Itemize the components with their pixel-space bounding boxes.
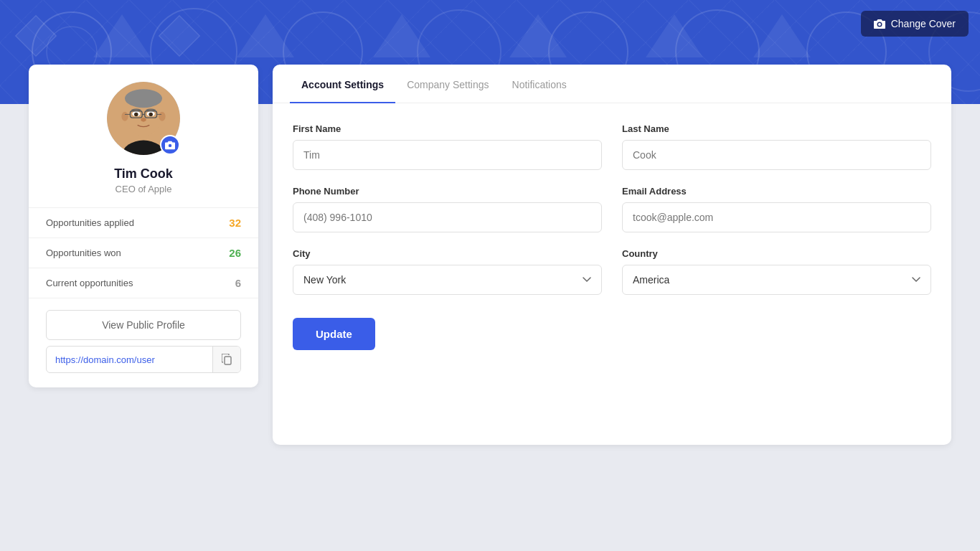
copy-url-button[interactable]: [212, 347, 240, 372]
svg-point-21: [125, 89, 162, 108]
contact-row: Phone Number Email Address: [293, 186, 931, 232]
svg-marker-12: [509, 14, 567, 57]
last-name-label: Last Name: [622, 123, 931, 134]
svg-point-22: [121, 112, 128, 121]
city-select[interactable]: New York Los Angeles Chicago: [293, 265, 602, 295]
svg-marker-14: [753, 14, 811, 57]
location-row: City New York Los Angeles Chicago Countr…: [293, 248, 931, 295]
svg-point-23: [159, 112, 165, 121]
camera-icon-small: [165, 140, 175, 150]
country-select[interactable]: America United Kingdom Canada: [622, 265, 931, 295]
svg-point-17: [878, 23, 881, 26]
profile-name: Tim Cook: [114, 166, 173, 182]
svg-marker-10: [237, 14, 294, 57]
svg-rect-16: [159, 16, 200, 57]
first-name-group: First Name: [293, 123, 602, 170]
phone-input[interactable]: [293, 202, 602, 232]
email-label: Email Address: [622, 186, 931, 197]
svg-point-33: [141, 118, 146, 122]
first-name-label: First Name: [293, 123, 602, 134]
phone-label: Phone Number: [293, 186, 602, 197]
tab-notifications[interactable]: Notifications: [501, 65, 578, 103]
stat-value-applied: 32: [229, 217, 241, 229]
tab-account-settings[interactable]: Account Settings: [290, 65, 395, 103]
account-settings-form: First Name Last Name Phone Number Email …: [273, 103, 951, 364]
camera-icon: [874, 19, 885, 29]
city-label: City: [293, 248, 602, 259]
tab-company-settings[interactable]: Company Settings: [395, 65, 500, 103]
city-group: City New York Los Angeles Chicago: [293, 248, 602, 295]
profile-card: Tim Cook CEO of Apple Opportunities appl…: [29, 65, 258, 387]
email-input[interactable]: [622, 202, 931, 232]
avatar-edit-button[interactable]: [160, 135, 180, 155]
tabs-nav: Account Settings Company Settings Notifi…: [273, 65, 951, 103]
phone-group: Phone Number: [293, 186, 602, 232]
stat-label-current: Current opportunities: [46, 278, 133, 288]
settings-card: Account Settings Company Settings Notifi…: [273, 65, 951, 445]
main-content: Tim Cook CEO of Apple Opportunities appl…: [0, 65, 980, 445]
svg-marker-9: [93, 14, 151, 57]
stat-value-won: 26: [229, 247, 241, 259]
profile-title: CEO of Apple: [116, 184, 172, 194]
change-cover-button[interactable]: Change Cover: [861, 11, 969, 37]
stat-label-won: Opportunities won: [46, 248, 121, 258]
country-label: Country: [622, 248, 931, 259]
email-group: Email Address: [622, 186, 931, 232]
svg-rect-15: [16, 16, 57, 57]
svg-point-26: [134, 113, 138, 117]
profile-url: https://domain.com/user: [47, 347, 212, 372]
name-row: First Name Last Name: [293, 123, 931, 170]
stat-value-current: 6: [235, 277, 241, 289]
svg-rect-34: [225, 357, 231, 364]
first-name-input[interactable]: [293, 140, 602, 170]
svg-point-27: [149, 113, 153, 117]
stat-label-applied: Opportunities applied: [46, 217, 134, 228]
view-public-profile-button[interactable]: View Public Profile: [46, 310, 241, 340]
avatar-wrapper: [104, 79, 183, 158]
svg-marker-11: [373, 14, 430, 57]
last-name-input[interactable]: [622, 140, 931, 170]
copy-icon: [222, 354, 232, 365]
stats-section: Opportunities applied 32 Opportunities w…: [29, 207, 258, 298]
country-group: Country America United Kingdom Canada: [622, 248, 931, 295]
svg-marker-13: [646, 14, 703, 57]
stat-row-current: Current opportunities 6: [29, 268, 258, 298]
stat-row-applied: Opportunities applied 32: [29, 208, 258, 238]
last-name-group: Last Name: [622, 123, 931, 170]
profile-url-row: https://domain.com/user: [46, 346, 241, 373]
stat-row-won: Opportunities won 26: [29, 238, 258, 268]
update-button[interactable]: Update: [293, 318, 375, 350]
